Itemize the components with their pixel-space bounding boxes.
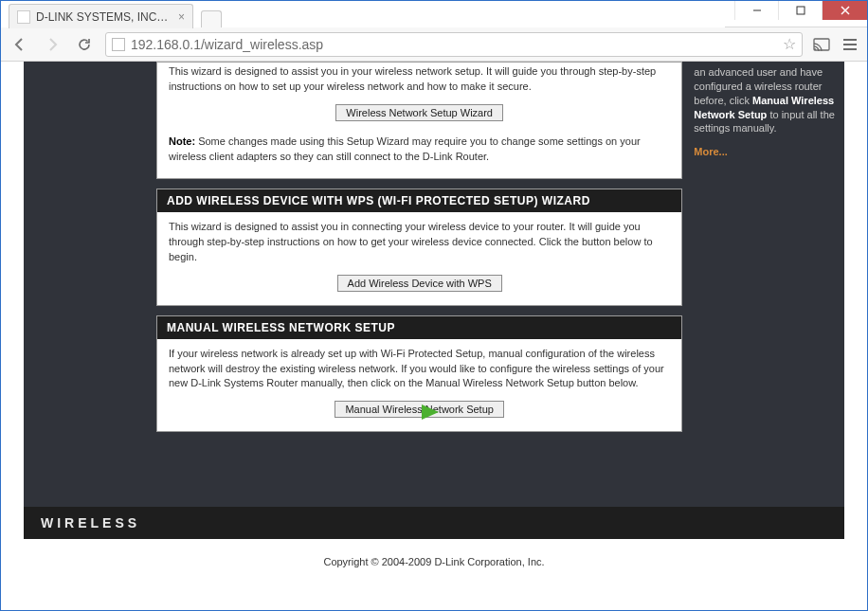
wireless-setup-wizard-button[interactable]: Wireless Network Setup Wizard: [335, 104, 503, 121]
bookmark-star-icon[interactable]: ☆: [783, 35, 796, 53]
favicon-icon: [17, 10, 30, 24]
note-label: Note:: [169, 135, 195, 147]
wizard-note: Note: Some changes made using this Setup…: [169, 135, 670, 165]
sidebar-more-link[interactable]: More...: [694, 145, 844, 159]
brand-bar: WIRELESS: [24, 507, 844, 539]
tab-strip: D-LINK SYSTEMS, INC | W ×: [1, 1, 725, 27]
browser-toolbar: ☆: [1, 27, 867, 62]
minimize-button[interactable]: [734, 1, 778, 20]
brand-label: WIRELESS: [41, 515, 140, 530]
close-button[interactable]: [822, 1, 867, 20]
address-bar[interactable]: ☆: [105, 32, 803, 57]
router-page-dark: This wizard is designed to assist you in…: [24, 62, 844, 507]
page-viewport: This wizard is designed to assist you in…: [1, 62, 867, 610]
add-wps-device-button[interactable]: Add Wireless Device with WPS: [337, 275, 502, 292]
maximize-button[interactable]: [778, 1, 822, 20]
forward-button[interactable]: [41, 33, 63, 56]
page-body: This wizard is designed to assist you in…: [1, 62, 867, 610]
tab-close-icon[interactable]: ×: [178, 10, 185, 24]
reload-button[interactable]: [73, 33, 96, 56]
footer-copyright: Copyright © 2004-2009 D-Link Corporation…: [1, 539, 867, 584]
cast-icon[interactable]: [812, 35, 831, 54]
wps-body-text: This wizard is designed to assist you in…: [169, 220, 670, 265]
wps-heading: ADD WIRELESS DEVICE WITH WPS (WI-FI PROT…: [157, 189, 681, 212]
highlight-arrow-icon: [372, 399, 448, 425]
url-input[interactable]: [131, 37, 777, 52]
wireless-wizard-card: This wizard is designed to assist you in…: [156, 62, 682, 179]
help-sidebar: an advanced user and have configured a w…: [694, 62, 844, 441]
manual-setup-card: MANUAL WIRELESS NETWORK SETUP If your wi…: [156, 315, 682, 433]
window-controls: [734, 1, 867, 20]
menu-icon[interactable]: [841, 35, 859, 54]
browser-tab[interactable]: D-LINK SYSTEMS, INC | W ×: [9, 4, 193, 28]
tab-title: D-LINK SYSTEMS, INC | W: [36, 10, 169, 24]
main-column: This wizard is designed to assist you in…: [156, 62, 682, 441]
svg-point-5: [814, 48, 816, 50]
note-text: Some changes made using this Setup Wizar…: [169, 135, 641, 162]
browser-window: D-LINK SYSTEMS, INC | W × ☆: [0, 0, 868, 611]
page-icon: [112, 38, 125, 51]
new-tab-button[interactable]: [201, 10, 222, 27]
manual-body-text: If your wireless network is already set …: [169, 347, 670, 392]
back-button[interactable]: [9, 33, 31, 56]
wizard-intro-text: This wizard is designed to assist you in…: [169, 64, 670, 95]
manual-heading: MANUAL WIRELESS NETWORK SETUP: [157, 316, 681, 339]
wps-wizard-card: ADD WIRELESS DEVICE WITH WPS (WI-FI PROT…: [156, 189, 682, 306]
svg-rect-1: [797, 7, 805, 14]
